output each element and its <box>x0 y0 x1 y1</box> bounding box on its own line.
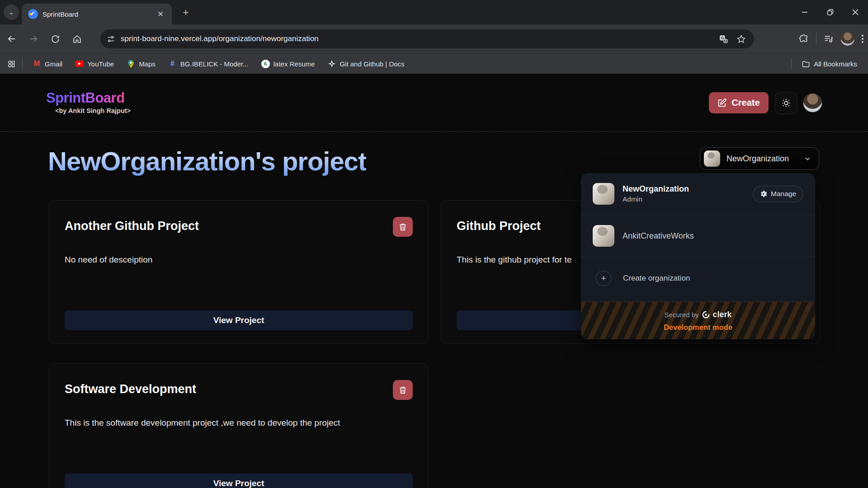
tab-close-icon[interactable]: ✕ <box>156 9 165 19</box>
org-switcher-button[interactable]: NewOrganization <box>700 147 819 170</box>
bookmark-label: BG.IBELICK - Moder... <box>180 60 249 68</box>
forward-button[interactable] <box>24 29 43 49</box>
bookmark-latex-resume[interactable]: 6 latex Resume <box>255 60 321 68</box>
window-controls <box>792 0 868 24</box>
org-switcher-label: NewOrganization <box>726 154 797 164</box>
browser-profile-avatar[interactable] <box>841 32 854 46</box>
org-avatar <box>593 225 614 247</box>
browser-tabstrip: ⌄ SprintBoard ✕ + <box>0 0 868 24</box>
manage-button-label: Manage <box>771 190 796 198</box>
home-button[interactable] <box>67 29 87 49</box>
apps-grid-icon[interactable] <box>0 60 19 68</box>
trash-icon <box>398 222 407 231</box>
theme-toggle-button[interactable] <box>775 92 797 114</box>
back-button[interactable] <box>2 29 22 49</box>
tab-search-button[interactable]: ⌄ <box>4 5 19 20</box>
address-bar[interactable]: sprint-board-nine.vercel.app/organizatio… <box>100 29 754 48</box>
hash-icon: # <box>168 60 177 68</box>
bookmark-maps[interactable]: Maps <box>120 60 162 68</box>
browser-menu-icon[interactable] <box>862 35 863 43</box>
svg-text:A: A <box>725 39 727 42</box>
clerk-logo-icon <box>702 311 710 319</box>
active-org-role: Admin <box>623 195 745 204</box>
all-bookmarks-button[interactable]: All Bookmarks <box>795 60 868 68</box>
other-org-row[interactable]: AnkitCreativeWorks <box>581 215 815 257</box>
browser-toolbar: sprint-board-nine.vercel.app/organizatio… <box>0 24 868 53</box>
sparkle-icon <box>327 60 336 68</box>
bookmarks-bar: M Gmail YouTube Maps # BG.IBELICK - Mode… <box>0 53 868 74</box>
app-logo-subtitle: <by Ankit Singh Rajput> <box>55 107 131 114</box>
project-card: Another Github Project No need of descei… <box>49 200 429 344</box>
page-title: NewOrganization's project <box>48 146 366 176</box>
project-description: No need of desceiption <box>65 254 413 266</box>
project-title: Software Development <box>65 380 196 396</box>
bookmarks-divider <box>791 58 792 69</box>
bookmarks-divider <box>22 58 23 69</box>
folder-icon <box>802 60 810 68</box>
active-org-name: NewOrganization <box>623 184 745 194</box>
secured-by-label: Secured by <box>665 311 699 319</box>
manage-org-button[interactable]: Manage <box>753 186 803 202</box>
delete-project-button[interactable] <box>393 217 413 237</box>
project-title: Github Project <box>457 217 541 233</box>
all-bookmarks-label: All Bookmarks <box>814 60 857 68</box>
gmail-icon: M <box>33 60 41 68</box>
bookmark-bgibelick[interactable]: # BG.IBELICK - Moder... <box>162 60 255 68</box>
bookmark-label: Gmail <box>45 60 62 68</box>
delete-project-button[interactable] <box>393 380 413 400</box>
plus-icon: + <box>596 271 611 286</box>
app-viewport: SprintBoard <by Ankit Singh Rajput> Crea… <box>0 74 868 488</box>
active-org-row: NewOrganization Admin Manage <box>581 173 815 215</box>
bookmark-git-github-docs[interactable]: Git and Github | Docs <box>321 60 410 68</box>
overleaf-icon: 6 <box>261 60 270 68</box>
development-mode-label[interactable]: Development mode <box>664 323 732 332</box>
org-switcher-dropdown: NewOrganization Admin Manage AnkitCreati… <box>581 173 815 339</box>
tab-title: SprintBoard <box>42 10 151 18</box>
chevron-down-icon: ⌄ <box>9 8 14 16</box>
translate-icon[interactable]: GA <box>719 34 728 44</box>
sun-icon <box>781 98 791 108</box>
org-avatar <box>593 183 614 205</box>
create-organization-button[interactable]: + Create organization <box>581 257 815 301</box>
dropdown-footer: Secured by clerk Development mode <box>581 301 815 339</box>
youtube-icon <box>75 60 84 68</box>
app-header: SprintBoard <by Ankit Singh Rajput> Crea… <box>0 74 868 132</box>
clerk-wordmark: clerk <box>713 310 732 319</box>
bookmark-star-icon[interactable] <box>736 34 746 44</box>
site-favicon <box>28 9 38 19</box>
window-restore-button[interactable] <box>817 0 843 24</box>
extensions-icon[interactable] <box>799 34 809 44</box>
bookmark-label: YouTube <box>87 60 114 68</box>
create-button-label: Create <box>731 98 760 108</box>
trash-icon <box>398 385 407 394</box>
user-avatar[interactable] <box>803 93 822 113</box>
toolbar-divider <box>816 33 816 45</box>
browser-tab[interactable]: SprintBoard ✕ <box>22 4 172 24</box>
project-card: Software Development This is the softwar… <box>49 363 429 488</box>
view-project-button[interactable]: View Project <box>65 310 413 330</box>
create-button[interactable]: Create <box>709 92 769 113</box>
window-close-button[interactable] <box>843 0 868 24</box>
reload-button[interactable] <box>45 29 65 49</box>
view-project-button[interactable]: View Project <box>65 474 413 488</box>
project-title: Another Github Project <box>65 217 199 233</box>
site-info-icon[interactable] <box>107 35 115 43</box>
bookmark-label: Maps <box>139 60 156 68</box>
bookmark-label: latex Resume <box>274 60 315 68</box>
url-text[interactable]: sprint-board-nine.vercel.app/organizatio… <box>121 34 719 43</box>
app-logo[interactable]: SprintBoard <box>46 90 125 106</box>
bookmark-gmail[interactable]: M Gmail <box>26 60 69 68</box>
media-controls-icon[interactable] <box>824 34 834 44</box>
screen: ⌄ SprintBoard ✕ + <box>0 0 868 488</box>
window-minimize-button[interactable] <box>792 0 817 24</box>
chevron-down-icon <box>804 155 811 163</box>
org-avatar <box>704 150 720 167</box>
bookmark-youtube[interactable]: YouTube <box>69 60 120 68</box>
maps-pin-icon <box>127 60 135 68</box>
other-org-name: AnkitCreativeWorks <box>623 231 694 241</box>
create-organization-label: Create organization <box>623 274 690 283</box>
bookmark-label: Git and Github | Docs <box>340 60 404 68</box>
edit-icon <box>717 98 727 108</box>
new-tab-button[interactable]: + <box>179 6 193 19</box>
project-description: This is the software development project… <box>65 417 413 429</box>
